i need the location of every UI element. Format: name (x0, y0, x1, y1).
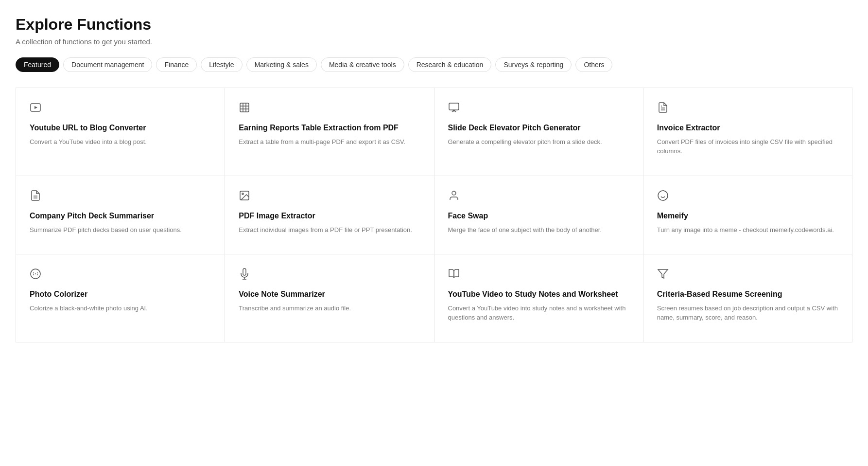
card-pdf-image-extractor[interactable]: PDF Image ExtractorExtract individual im… (225, 176, 434, 254)
card-slide-deck-elevator[interactable]: Slide Deck Elevator Pitch GeneratorGener… (434, 88, 643, 176)
card-desc-voice-note-summarizer: Transcribe and summarize an audio file. (239, 304, 420, 313)
tab-media-creative-tools[interactable]: Media & creative tools (321, 57, 404, 72)
card-title-invoice-extractor: Invoice Extractor (657, 123, 838, 133)
card-title-slide-deck-elevator: Slide Deck Elevator Pitch Generator (448, 123, 629, 133)
tab-lifestyle[interactable]: Lifestyle (201, 57, 242, 72)
card-desc-invoice-extractor: Convert PDF files of invoices into singl… (657, 137, 838, 156)
svg-point-22 (37, 272, 38, 273)
card-resume-screening[interactable]: Criteria-Based Resume ScreeningScreen re… (643, 254, 852, 342)
card-desc-memeify: Turn any image into a meme - checkout me… (657, 225, 838, 235)
image-icon (239, 190, 420, 203)
card-desc-company-pitch-deck: Summarize PDF pitch decks based on user … (30, 225, 211, 235)
card-youtube-study-notes[interactable]: YouTube Video to Study Notes and Workshe… (434, 254, 643, 342)
file-text-icon (657, 102, 838, 115)
svg-rect-2 (240, 103, 249, 112)
tab-document-management[interactable]: Document management (63, 57, 152, 72)
card-desc-youtube-blog-converter: Convert a YouTube video into a blog post… (30, 137, 211, 147)
card-photo-colorizer[interactable]: Photo ColorizerColorize a black-and-whit… (16, 254, 225, 342)
face-icon (448, 190, 629, 203)
svg-marker-1 (35, 106, 37, 109)
monitor-icon (448, 102, 629, 115)
card-title-voice-note-summarizer: Voice Note Summarizer (239, 289, 420, 300)
svg-point-24 (37, 274, 38, 275)
tab-others[interactable]: Others (575, 57, 612, 72)
svg-point-20 (35, 273, 36, 274)
svg-point-16 (658, 191, 668, 200)
table-icon (239, 102, 420, 115)
card-grid: Youtube URL to Blog ConverterConvert a Y… (16, 88, 852, 342)
card-title-youtube-blog-converter: Youtube URL to Blog Converter (30, 123, 211, 133)
card-title-face-swap: Face Swap (448, 211, 629, 221)
card-desc-pdf-image-extractor: Extract individual images from a PDF fil… (239, 225, 420, 235)
tab-marketing-sales[interactable]: Marketing & sales (246, 57, 317, 72)
card-title-photo-colorizer: Photo Colorizer (30, 289, 211, 300)
card-desc-photo-colorizer: Colorize a black-and-white photo using A… (30, 304, 211, 313)
file-doc-icon (30, 190, 211, 203)
card-voice-note-summarizer[interactable]: Voice Note SummarizerTranscribe and summ… (225, 254, 434, 342)
emoji-icon (657, 190, 838, 203)
tab-surveys-reporting[interactable]: Surveys & reporting (495, 57, 572, 72)
tab-finance[interactable]: Finance (156, 57, 197, 72)
svg-point-15 (452, 191, 456, 195)
card-earning-reports-table[interactable]: Earning Reports Table Extraction from PD… (225, 88, 434, 176)
card-memeify[interactable]: MemeifyTurn any image into a meme - chec… (643, 176, 852, 254)
palette-icon (30, 268, 211, 282)
card-invoice-extractor[interactable]: Invoice ExtractorConvert PDF files of in… (643, 88, 852, 176)
card-title-memeify: Memeify (657, 211, 838, 221)
tab-bar: FeaturedDocument managementFinanceLifest… (16, 57, 852, 72)
card-youtube-blog-converter[interactable]: Youtube URL to Blog ConverterConvert a Y… (16, 88, 225, 176)
filter-icon (657, 268, 838, 282)
card-title-earning-reports-table: Earning Reports Table Extraction from PD… (239, 123, 420, 133)
mic-icon (239, 268, 420, 282)
card-title-pdf-image-extractor: PDF Image Extractor (239, 211, 420, 221)
page-title: Explore Functions (16, 16, 852, 34)
card-desc-earning-reports-table: Extract a table from a multi-page PDF an… (239, 137, 420, 147)
svg-point-14 (242, 193, 243, 195)
svg-point-21 (33, 272, 34, 273)
card-desc-slide-deck-elevator: Generate a compelling elevator pitch fro… (448, 137, 629, 147)
svg-rect-7 (449, 103, 459, 110)
card-title-resume-screening: Criteria-Based Resume Screening (657, 289, 838, 300)
page-subtitle: A collection of functions to get you sta… (16, 37, 852, 46)
card-desc-face-swap: Merge the face of one subject with the b… (448, 225, 629, 235)
card-face-swap[interactable]: Face SwapMerge the face of one subject w… (434, 176, 643, 254)
tab-research-education[interactable]: Research & education (408, 57, 492, 72)
svg-point-23 (33, 274, 34, 275)
card-company-pitch-deck[interactable]: Company Pitch Deck SummariserSummarize P… (16, 176, 225, 254)
tab-featured[interactable]: Featured (16, 57, 59, 72)
card-desc-youtube-study-notes: Convert a YouTube video into study notes… (448, 304, 629, 323)
svg-marker-27 (658, 269, 668, 278)
youtube-icon (30, 102, 211, 115)
book-open-icon (448, 268, 629, 282)
card-desc-resume-screening: Screen resumes based on job description … (657, 304, 838, 323)
card-title-company-pitch-deck: Company Pitch Deck Summariser (30, 211, 211, 221)
card-title-youtube-study-notes: YouTube Video to Study Notes and Workshe… (448, 289, 629, 300)
